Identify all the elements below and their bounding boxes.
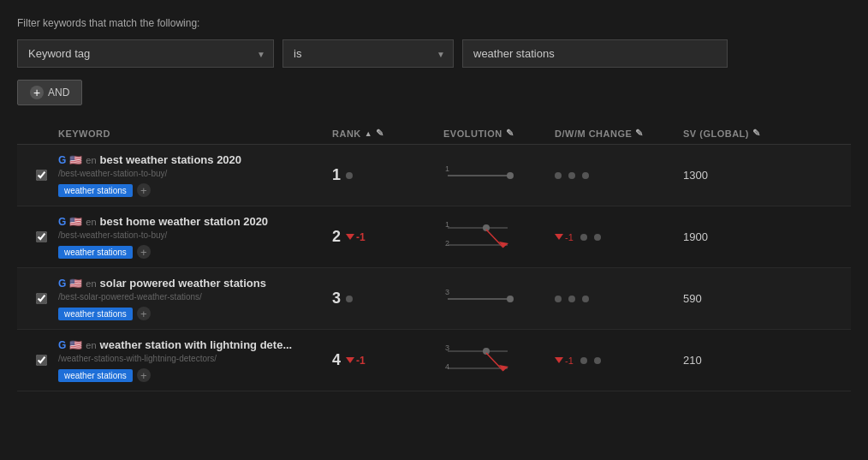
svg-text:3: 3 [445,344,449,352]
keyword-meta: G 🇺🇸 en best home weather station 2020 [58,215,332,228]
rank-change: -1 [346,355,366,367]
evo-chart-svg: 1 [443,158,529,193]
dwm-w-dot [580,357,587,364]
dwm-w-dot [580,234,587,241]
tag-row: weather stations + [58,307,332,320]
keyword-tag[interactable]: weather stations [58,246,133,259]
evolution-edit-icon[interactable]: ✎ [506,128,514,139]
col-keyword: KEYWORD [58,128,332,139]
evolution-cell: 3 [443,282,555,316]
flag-icon: 🇺🇸 [69,154,82,166]
add-tag-button[interactable]: + [137,368,151,382]
tag-select-wrapper: Keyword tag Keyword URL Volume ▼ [17,39,274,68]
operator-select[interactable]: is is not contains does not contain [282,39,454,68]
tag-row: weather stations + [58,245,332,259]
keyword-url[interactable]: /best-solar-powered-weather-stations/ [58,292,332,302]
keyword-cell: G 🇺🇸 en best weather stations 2020 /best… [58,153,332,197]
col-rank[interactable]: RANK ▲ ✎ [332,128,443,139]
keyword-url[interactable]: /best-weather-station-to-buy/ [58,169,332,178]
rank-value: 3 [332,290,341,308]
lang-label: en [86,340,96,350]
row-checkbox[interactable] [36,293,47,304]
and-button[interactable]: + AND [17,80,82,105]
plus-icon: + [30,86,44,99]
svg-text:2: 2 [445,239,449,248]
dwm-w-dot [568,172,575,179]
keyword-cell: G 🇺🇸 en solar powered weather stations /… [58,277,332,320]
dwm-d-item: -1 [555,355,574,366]
svg-point-1 [507,172,514,179]
dwm-edit-icon[interactable]: ✎ [635,128,644,139]
filter-row: Keyword tag Keyword URL Volume ▼ is is n… [17,39,851,68]
add-tag-button[interactable]: + [137,307,151,320]
filter-value-input[interactable] [462,39,728,68]
svg-text:4: 4 [445,362,449,371]
keyword-url[interactable]: /best-weather-station-to-buy/ [58,230,332,240]
rank-down-arrow-icon [346,357,354,363]
keyword-name: weather station with lightning dete... [100,338,293,351]
dwm-d-dot [555,172,562,179]
sv-value: 210 [683,354,702,367]
table-row: G 🇺🇸 en weather station with lightning d… [17,330,851,391]
table-row: G 🇺🇸 en best weather stations 2020 /best… [17,145,851,206]
tag-select[interactable]: Keyword tag Keyword URL Volume [17,39,274,68]
evolution-cell: 1 2 [443,218,555,256]
dwm-d-arrow-icon [555,234,563,240]
rank-change: -1 [346,231,366,243]
row-checkbox-cell [24,355,58,366]
dwm-m-dot [594,234,601,241]
dwm-w-dot [568,296,575,302]
sv-cell: 1300 [683,169,769,182]
keyword-name: best home weather station 2020 [100,215,269,228]
dwm-cell [555,172,683,179]
dwm-m-dot [582,296,589,302]
rank-value: 1 [332,166,341,184]
row-checkbox[interactable] [36,355,47,366]
keyword-tag[interactable]: weather stations [58,369,133,382]
add-tag-button[interactable]: + [137,183,151,197]
google-icon: G [58,216,66,228]
add-tag-button[interactable]: + [137,245,151,259]
sv-value: 1900 [683,230,708,243]
keyword-tag[interactable]: weather stations [58,308,133,320]
rank-dot [346,172,353,179]
rank-edit-icon[interactable]: ✎ [376,128,384,139]
rank-dot [346,296,353,302]
keyword-tag[interactable]: weather stations [58,184,133,197]
evo-chart-svg: 3 [443,282,529,316]
dwm-cell: -1 [555,355,683,366]
sv-edit-icon[interactable]: ✎ [752,128,761,139]
google-icon: G [58,278,66,290]
svg-point-11 [507,296,514,302]
rank-value: 4 [332,351,341,369]
col-sv: SV (GLOBAL) ✎ [683,128,769,139]
and-button-label: AND [48,87,69,99]
col-dwm: D/W/M CHANGE ✎ [555,128,683,139]
row-checkbox[interactable] [36,231,47,242]
svg-text:3: 3 [445,288,449,296]
keyword-meta: G 🇺🇸 en weather station with lightning d… [58,338,332,351]
filter-label: Filter keywords that match the following… [17,17,851,29]
dwm-d-value: -1 [565,232,574,242]
evolution-cell: 1 [443,158,555,193]
row-checkbox-cell [24,170,58,181]
rank-cell: 3 [332,290,443,308]
keyword-cell: G 🇺🇸 en best home weather station 2020 /… [58,215,332,259]
keyword-url[interactable]: /weather-stations-with-lightning-detecto… [58,354,332,363]
evo-chart-svg: 1 2 [443,218,529,256]
keyword-meta: G 🇺🇸 en solar powered weather stations [58,277,332,290]
table-row: G 🇺🇸 en best home weather station 2020 /… [17,206,851,268]
dwm-m-dot [594,357,601,364]
rank-down-arrow-icon [346,234,354,240]
tag-row: weather stations + [58,183,332,197]
filter-section: Filter keywords that match the following… [17,17,851,105]
row-checkbox-cell [24,231,58,242]
lang-label: en [86,278,96,289]
row-checkbox[interactable] [36,170,47,181]
rank-cell: 2 -1 [332,228,443,246]
sv-value: 590 [683,292,702,305]
keyword-cell: G 🇺🇸 en weather station with lightning d… [58,338,332,382]
dwm-m-dot [582,172,589,179]
flag-icon: 🇺🇸 [69,278,82,290]
lang-label: en [86,217,96,227]
